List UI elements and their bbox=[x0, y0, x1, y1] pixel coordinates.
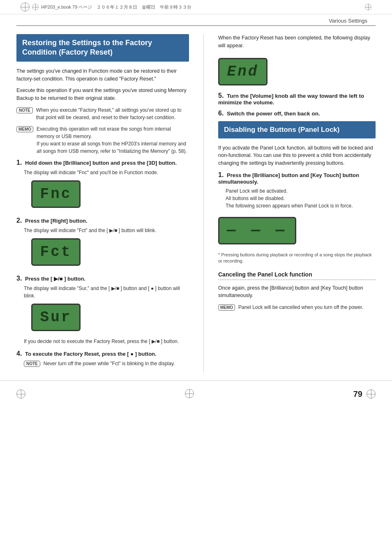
main-content: Restoring the Settings to the Factory Co… bbox=[0, 26, 392, 380]
memo-text-1b: If you want to erase all songs from the … bbox=[37, 140, 189, 155]
step-3-body-1: The display will indicate "Sur," and the… bbox=[24, 285, 189, 299]
footer-mark-center bbox=[185, 389, 194, 398]
lcd-dashes: — — — bbox=[218, 217, 296, 244]
registration-mark-top-left bbox=[21, 2, 30, 12]
panel-lock-intro: If you activate the Panel Lock function,… bbox=[218, 144, 376, 167]
step-4-note: NOTE Never turn off the power while "Fct… bbox=[24, 360, 189, 367]
step-1-heading: 1. Hold down the [Brilliance] button and… bbox=[16, 159, 189, 166]
file-info-text: HP203_e.book 79 ページ ２０６年１２月８日 金曜日 午前９時３３… bbox=[41, 4, 191, 10]
step-2-number: 2. bbox=[16, 217, 22, 224]
step-1-body: The display will indicate "Fnc" and you'… bbox=[24, 169, 189, 176]
step-6: 6. Switch the power off, then back on. bbox=[218, 110, 376, 117]
step-4-heading: 4. To execute the Factory Reset, press t… bbox=[16, 350, 189, 357]
step-6-heading-text: Switch the power off, then back on. bbox=[227, 111, 320, 117]
footer-left-marks bbox=[16, 389, 25, 398]
step-4-heading-text: To execute the Factory Reset, press the … bbox=[25, 351, 157, 357]
left-column: Restoring the Settings to the Factory Co… bbox=[16, 34, 189, 372]
footer-mark-right bbox=[367, 389, 376, 398]
lcd-fct: Fct bbox=[31, 238, 81, 266]
step-4: 4. To execute the Factory Reset, press t… bbox=[16, 350, 189, 367]
step-1-number: 1. bbox=[16, 159, 22, 166]
footnote-text: Pressing buttons during playback or reco… bbox=[218, 252, 372, 263]
note-badge-1: NOTE bbox=[16, 107, 33, 113]
canceling-memo-box: MEMO Panel Lock will be cancelled when y… bbox=[218, 304, 376, 311]
step-2: 2. Press the [Right] button. The display… bbox=[16, 217, 189, 270]
step-2-display-wrapper: Fct bbox=[24, 234, 189, 270]
page-title: Various Settings bbox=[329, 18, 367, 24]
canceling-memo-badge: MEMO bbox=[218, 304, 235, 311]
right-column: When the Factory Reset has been complete… bbox=[218, 34, 376, 372]
step-3-display-wrapper: Sur bbox=[24, 299, 189, 335]
canceling-memo-text: Panel Lock will be cancelled when you tu… bbox=[238, 304, 363, 311]
panel-lock-section: Disabling the Buttons (Panel Lock) If yo… bbox=[218, 121, 376, 311]
step-3-heading-text: Press the [ ▶/■ ] button. bbox=[25, 276, 85, 282]
memo-content-1: Executing this operation will not erase … bbox=[37, 125, 189, 155]
canceling-text: Once again, press the [Brilliance] butto… bbox=[218, 284, 376, 300]
footer-mark-left bbox=[16, 389, 25, 398]
step-3: 3. Press the [ ▶/■ ] button. The display… bbox=[16, 275, 189, 345]
lcd-fnc: Fnc bbox=[31, 180, 81, 208]
factory-reset-heading: Restoring the Settings to the Factory Co… bbox=[16, 34, 189, 62]
panel-lock-step-1-heading: 1. Press the [Brilliance] button and [Ke… bbox=[218, 171, 376, 185]
page-footer: 79 bbox=[0, 380, 392, 408]
footer-right-area: 79 bbox=[353, 389, 376, 399]
memo-box-1: MEMO Executing this operation will not e… bbox=[16, 125, 189, 155]
panel-lock-body-1: Panel Lock will be activated. bbox=[226, 187, 376, 195]
step-1-display-wrapper: Fnc bbox=[24, 176, 189, 212]
column-divider bbox=[203, 34, 204, 372]
step-5-heading: 5. Turn the [Volume] knob all the way to… bbox=[218, 92, 376, 106]
step-3-heading: 3. Press the [ ▶/■ ] button. bbox=[16, 275, 189, 282]
lcd-sur: Sur bbox=[31, 304, 81, 331]
step-6-heading: 6. Switch the power off, then back on. bbox=[218, 110, 376, 117]
intro-text-2: Execute this operation if you want the s… bbox=[16, 87, 189, 102]
canceling-heading: Canceling the Panel Lock function bbox=[218, 271, 376, 280]
step-3-body-2: If you decide not to execute the Factory… bbox=[24, 338, 189, 345]
step-2-heading: 2. Press the [Right] button. bbox=[16, 217, 189, 224]
step-4-note-text: Never turn off the power while "Fct" is … bbox=[44, 360, 175, 367]
note-text-1: When you execute "Factory Reset," all se… bbox=[36, 106, 189, 121]
intro-text-1: The settings you've changed in Function … bbox=[16, 67, 189, 83]
page-container: HP203_e.book 79 ページ ２０６年１２月８日 金曜日 午前９時３３… bbox=[0, 0, 392, 555]
panel-lock-display-wrapper: — — — bbox=[218, 213, 376, 249]
footer-center-mark bbox=[185, 389, 194, 399]
step-4-number: 4. bbox=[16, 350, 22, 357]
registration-mark-top-right bbox=[365, 4, 371, 10]
panel-lock-body-2: All buttons will be disabled. bbox=[226, 195, 376, 202]
step-4-note-badge: NOTE bbox=[24, 361, 40, 367]
panel-lock-footnote: * Pressing buttons during playback or re… bbox=[218, 252, 376, 265]
step-1: 1. Hold down the [Brilliance] button and… bbox=[16, 159, 189, 212]
end-display-text: When the Factory Reset has been complete… bbox=[218, 34, 376, 50]
step-5: 5. Turn the [Volume] knob all the way to… bbox=[218, 92, 376, 106]
panel-lock-step-1: 1. Press the [Brilliance] button and [Ke… bbox=[218, 171, 376, 265]
note-box-1: NOTE When you execute "Factory Reset," a… bbox=[16, 106, 189, 121]
lcd-end: End bbox=[218, 58, 267, 85]
memo-badge-1: MEMO bbox=[16, 126, 33, 132]
page-number: 79 bbox=[353, 389, 362, 399]
memo-text-1a: Executing this operation will not erase … bbox=[37, 125, 189, 140]
step-5-number: 5. bbox=[218, 92, 224, 99]
step-3-number: 3. bbox=[16, 275, 22, 282]
step-1-heading-text: Hold down the [Brilliance] button and pr… bbox=[25, 160, 177, 166]
page-title-area: Various Settings bbox=[0, 14, 392, 25]
panel-lock-step-1-number: 1. bbox=[218, 171, 224, 178]
step-6-number: 6. bbox=[218, 110, 224, 117]
step-5-heading-text: Turn the [Volume] knob all the way towar… bbox=[218, 93, 364, 106]
panel-lock-body-3: The following screen appears when Panel … bbox=[226, 202, 376, 210]
file-info-bar: HP203_e.book 79 ページ ２０６年１２月８日 金曜日 午前９時３３… bbox=[0, 0, 392, 14]
footnote-asterisk: * bbox=[218, 252, 220, 257]
panel-lock-step-1-heading-text: Press the [Brilliance] button and [Key T… bbox=[218, 172, 359, 185]
step-2-body: The display will indicate "Fct" and the … bbox=[24, 227, 189, 234]
panel-lock-heading: Disabling the Buttons (Panel Lock) bbox=[218, 121, 376, 138]
step-2-heading-text: Press the [Right] button. bbox=[25, 218, 88, 224]
inner-mark bbox=[32, 4, 39, 10]
